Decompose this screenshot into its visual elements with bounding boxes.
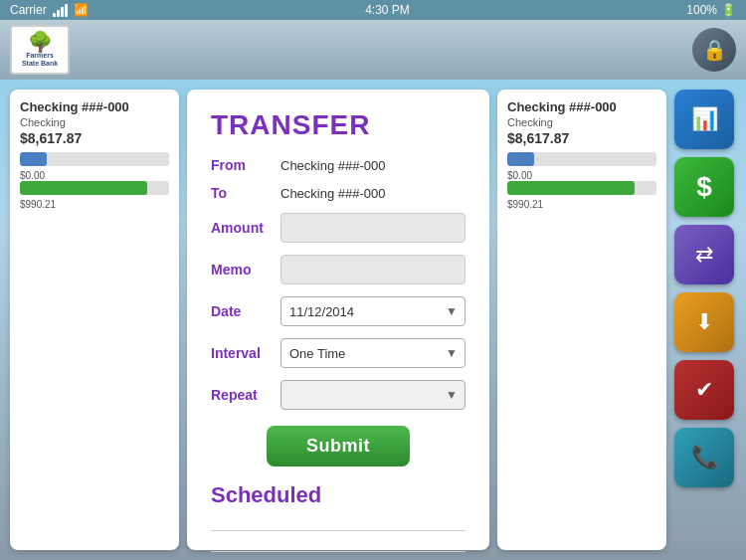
interval-label: Interval — [211, 345, 280, 361]
date-select-wrap: 11/12/2014 ▼ — [280, 296, 466, 326]
right-bar2-label: $990.21 — [507, 199, 656, 210]
memo-label: Memo — [211, 262, 280, 278]
transfer-icon: ⇄ — [695, 242, 713, 268]
right-bar1-label: $0.00 — [507, 170, 656, 181]
scheduled-title: Scheduled — [211, 482, 466, 508]
lock-button[interactable]: 🔒 — [692, 28, 736, 72]
right-card-title: Checking ###-000 — [507, 99, 656, 114]
main-area: Checking ###-000 Checking $8,617.87 $0.0… — [0, 80, 746, 560]
scheduled-line-2 — [211, 541, 466, 552]
amount-row: Amount — [211, 213, 466, 243]
transfer-button[interactable]: ⇄ — [674, 225, 734, 284]
submit-button[interactable]: Submit — [267, 426, 410, 467]
check-button[interactable]: ✔ — [674, 360, 734, 420]
to-value: Checking ###-000 — [280, 186, 386, 201]
amount-input[interactable] — [280, 213, 466, 243]
interval-row: Interval One TimeWeeklyMonthlyYearly ▼ — [211, 338, 466, 368]
left-card-amount: $8,617.87 — [20, 130, 169, 146]
contact-button[interactable]: 📞 — [674, 428, 734, 487]
right-sidebar: 📊 $ ⇄ ⬇ ✔ 📞 — [674, 90, 744, 550]
status-left: Carrier 📶 — [10, 3, 89, 17]
download-button[interactable]: ⬇ — [674, 292, 734, 352]
date-row: Date 11/12/2014 ▼ — [211, 296, 466, 326]
header-bar: 🌳 Farmers State Bank 🔒 — [0, 20, 746, 80]
logo-name: Farmers State Bank — [22, 52, 58, 67]
left-card-subtitle: Checking — [20, 116, 169, 128]
dollar-button[interactable]: $ — [674, 157, 734, 217]
left-card-title: Checking ###-000 — [20, 99, 169, 114]
to-label: To — [211, 185, 280, 201]
bank-logo: 🌳 Farmers State Bank — [10, 25, 70, 75]
repeat-select[interactable] — [280, 380, 466, 410]
transfer-title: TRANSFER — [211, 109, 466, 141]
repeat-select-wrap: ▼ — [280, 380, 466, 410]
analytics-button[interactable]: 📊 — [674, 90, 734, 149]
carrier-label: Carrier — [10, 3, 47, 17]
amount-label: Amount — [211, 220, 280, 236]
dollar-icon: $ — [696, 171, 712, 203]
time-label: 4:30 PM — [365, 3, 410, 17]
left-account-card: Checking ###-000 Checking $8,617.87 $0.0… — [10, 90, 179, 550]
battery-icon: 🔋 — [721, 3, 736, 17]
date-label: Date — [211, 303, 280, 319]
repeat-label: Repeat — [211, 387, 280, 403]
signal-icon — [53, 4, 68, 17]
date-select[interactable]: 11/12/2014 — [280, 296, 466, 326]
scheduled-line-1 — [211, 520, 466, 531]
left-bar2-label: $990.21 — [20, 199, 169, 210]
check-icon: ✔ — [695, 377, 713, 403]
left-bar1-wrap — [20, 152, 169, 166]
left-bar2-wrap — [20, 181, 169, 195]
analytics-icon: 📊 — [691, 106, 718, 132]
transfer-card: TRANSFER From Checking ###-000 To Checki… — [187, 90, 489, 550]
repeat-row: Repeat ▼ — [211, 380, 466, 410]
interval-select[interactable]: One TimeWeeklyMonthlyYearly — [280, 338, 466, 368]
memo-input[interactable] — [280, 255, 466, 284]
download-icon: ⬇ — [695, 309, 713, 335]
battery-label: 100% — [686, 3, 717, 17]
left-bar1-fill — [20, 152, 47, 166]
right-bar2-fill — [507, 181, 635, 195]
right-account-card: Checking ###-000 Checking $8,617.87 $0.0… — [497, 90, 666, 550]
interval-select-wrap: One TimeWeeklyMonthlyYearly ▼ — [280, 338, 466, 368]
right-bar2-wrap — [507, 181, 656, 195]
right-card-subtitle: Checking — [507, 116, 656, 128]
left-bar2-fill — [20, 181, 147, 195]
to-row: To Checking ###-000 — [211, 185, 466, 201]
from-label: From — [211, 157, 280, 173]
right-bar1-fill — [507, 152, 534, 166]
from-row: From Checking ###-000 — [211, 157, 466, 173]
lock-icon: 🔒 — [702, 38, 727, 62]
status-bar: Carrier 📶 4:30 PM 100% 🔋 — [0, 0, 746, 20]
logo-tree-icon: 🌳 — [28, 32, 53, 52]
left-bar1-label: $0.00 — [20, 170, 169, 181]
right-bar1-wrap — [507, 152, 656, 166]
memo-row: Memo — [211, 255, 466, 284]
phone-icon: 📞 — [691, 445, 718, 470]
status-right: 100% 🔋 — [686, 3, 736, 17]
right-card-amount: $8,617.87 — [507, 130, 656, 146]
wifi-icon: 📶 — [74, 3, 89, 17]
from-value: Checking ###-000 — [280, 158, 386, 173]
